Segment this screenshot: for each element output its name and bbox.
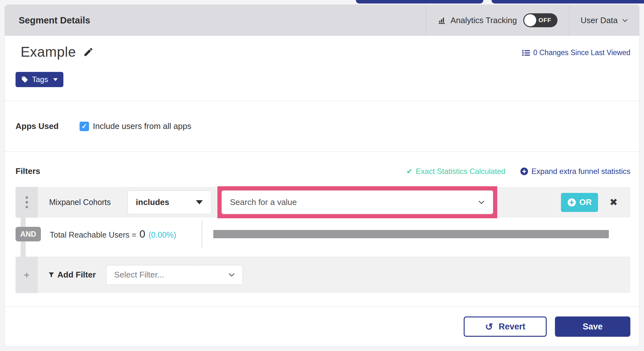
- filter-row: Mixpanel Cohorts includes Search for a v…: [16, 187, 630, 218]
- tags-button[interactable]: Tags: [16, 72, 63, 87]
- filters-heading: Filters: [16, 166, 40, 176]
- tags-button-label: Tags: [32, 75, 48, 84]
- caret-down-icon: [196, 200, 203, 204]
- chevron-down-icon: [622, 18, 628, 22]
- filters-section: Filters ✔ Exact Statistics Calculated Ex…: [5, 152, 639, 306]
- plus-circle-icon: [520, 167, 528, 176]
- apps-used-section: Apps Used ✓ Include users from all apps: [5, 101, 639, 152]
- list-icon: [522, 49, 530, 56]
- bar-chart-icon: [438, 16, 446, 24]
- vertical-divider: [202, 220, 202, 248]
- page-title: Segment Details: [5, 5, 426, 36]
- revert-button-label: Revert: [499, 322, 525, 332]
- rotate-ccw-icon: ↺: [485, 321, 493, 332]
- add-or-button[interactable]: OR: [561, 193, 598, 212]
- pencil-icon[interactable]: [83, 47, 94, 57]
- add-filter-plus-column[interactable]: +: [16, 257, 38, 293]
- plus-circle-icon: [567, 198, 576, 207]
- segment-title-section: Example 0 Changes Since Last Viewed: [5, 36, 639, 101]
- exact-statistics-label: Exact Statistics Calculated: [416, 167, 506, 176]
- tag-icon: [21, 76, 28, 83]
- total-reachable-label: Total Reachable Users =: [50, 230, 136, 239]
- toggle-state-label: OFF: [538, 17, 551, 24]
- include-all-apps-checkbox[interactable]: ✓: [80, 122, 89, 131]
- expand-link-label: Expand extra funnel statistics: [531, 167, 630, 176]
- segment-name: Example: [21, 44, 76, 60]
- segment-details-card: Segment Details Analytics Tracking OFF U…: [4, 4, 640, 347]
- user-data-label: User Data: [581, 16, 618, 25]
- value-select-placeholder: Search for a value: [230, 197, 297, 207]
- operator-value: includes: [136, 197, 169, 207]
- changes-link-label: 0 Changes Since Last Viewed: [533, 48, 630, 57]
- select-filter-dropdown[interactable]: Select Filter...: [106, 265, 243, 285]
- toggle-knob: [524, 14, 536, 26]
- total-reachable-users: Total Reachable Users = 0 (0.00%): [50, 228, 176, 240]
- value-select-highlight: Search for a value: [217, 186, 497, 218]
- add-filter-label: Add Filter: [57, 270, 96, 280]
- revert-button[interactable]: ↺ Revert: [464, 316, 547, 337]
- value-select[interactable]: Search for a value: [222, 190, 493, 214]
- caret-down-icon: [53, 78, 58, 81]
- and-totals-row: AND Total Reachable Users = 0 (0.00%): [16, 218, 630, 251]
- include-all-apps-label: Include users from all apps: [93, 121, 191, 131]
- user-data-dropdown[interactable]: User Data: [569, 5, 639, 36]
- partial-top-button-right[interactable]: [492, 0, 644, 3]
- analytics-tracking-label: Analytics Tracking: [450, 16, 517, 25]
- drag-handle[interactable]: [16, 187, 38, 218]
- checkbox-check-icon: ✓: [81, 123, 87, 130]
- filter-field-label: Mixpanel Cohorts: [49, 198, 111, 207]
- card-footer: ↺ Revert Save: [5, 306, 639, 347]
- add-filter-row: + Add Filter Select Filter...: [16, 257, 630, 293]
- total-reachable-percent: (0.00%): [148, 230, 176, 239]
- analytics-tracking-toggle[interactable]: OFF: [523, 13, 557, 27]
- apps-used-label: Apps Used: [16, 121, 80, 131]
- partial-top-button-left[interactable]: [356, 0, 483, 3]
- check-icon: ✔: [406, 167, 413, 176]
- chevron-down-icon: [229, 273, 235, 277]
- remove-filter-icon[interactable]: ✖: [609, 197, 618, 207]
- save-button-label: Save: [583, 322, 602, 332]
- analytics-tracking-section: Analytics Tracking OFF: [426, 5, 569, 36]
- card-header: Segment Details Analytics Tracking OFF U…: [5, 5, 639, 36]
- grip-dots-icon: [26, 196, 28, 208]
- select-filter-placeholder: Select Filter...: [114, 270, 164, 280]
- save-button[interactable]: Save: [555, 316, 630, 337]
- exact-statistics-status: ✔ Exact Statistics Calculated: [406, 167, 506, 176]
- and-badge: AND: [16, 227, 41, 241]
- or-button-label: OR: [579, 197, 592, 207]
- reachable-users-progress-bar: [213, 230, 609, 238]
- add-filter-label-group: Add Filter: [48, 270, 96, 280]
- chevron-down-icon: [478, 200, 485, 204]
- funnel-icon: [48, 271, 55, 278]
- operator-select[interactable]: includes: [127, 190, 211, 214]
- total-reachable-value: 0: [139, 228, 145, 240]
- expand-funnel-statistics-link[interactable]: Expand extra funnel statistics: [520, 167, 630, 176]
- changes-since-last-viewed-link[interactable]: 0 Changes Since Last Viewed: [522, 48, 630, 57]
- plus-icon: +: [24, 270, 29, 280]
